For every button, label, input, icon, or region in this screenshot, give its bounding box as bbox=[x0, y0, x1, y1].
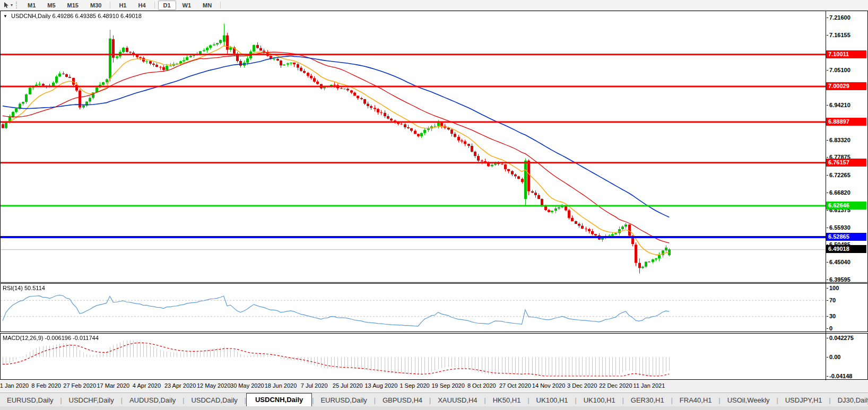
date-label: 1 Sep 2020 bbox=[400, 382, 429, 389]
timeframe-button-W1[interactable]: W1 bbox=[177, 1, 197, 10]
tab-HK50-H1[interactable]: HK50,H1 bbox=[486, 394, 528, 407]
tab-FRA40-H1[interactable]: FRA40,H1 bbox=[673, 394, 719, 407]
tab-list: EURUSD,Daily|USDCHF,Daily|AUDUSD,Daily|U… bbox=[0, 393, 868, 407]
level-price-tag: 7.10011 bbox=[826, 50, 866, 58]
date-label: 7 Jul 2020 bbox=[301, 382, 328, 389]
price-axis-line bbox=[826, 11, 826, 380]
date-label: 17 Mar 2020 bbox=[97, 382, 129, 389]
level-price-tag: 6.88897 bbox=[826, 118, 866, 126]
tab-EURUSD-Daily[interactable]: EURUSD,Daily bbox=[314, 394, 374, 407]
price-axis-tick: 7.05100 bbox=[827, 67, 868, 74]
timeframe-button-H1[interactable]: H1 bbox=[114, 1, 132, 10]
timeframe-button-M30[interactable]: M30 bbox=[85, 1, 107, 10]
tab-USDCNH-Daily[interactable]: USDCNH,Daily bbox=[246, 393, 312, 407]
level-price-tag: 6.76157 bbox=[826, 159, 866, 167]
date-label: 27 Feb 2020 bbox=[63, 382, 96, 389]
tab-USDJPY-H1[interactable]: USDJPY,H1 bbox=[778, 394, 829, 407]
toolbar-gripper[interactable] bbox=[16, 2, 19, 8]
candles-canvas[interactable] bbox=[1, 11, 826, 282]
date-label: 23 Apr 2020 bbox=[164, 382, 196, 389]
toolbar-separator bbox=[110, 2, 110, 8]
current-price-tag: 6.49018 bbox=[826, 245, 866, 253]
timeframe-button-H4[interactable]: H4 bbox=[133, 1, 151, 10]
macd-axis-tick: -0.04148 bbox=[827, 373, 868, 380]
timeframe-button-M1[interactable]: M1 bbox=[22, 1, 41, 10]
macd-indicator-label: MACD(12,26,9) -0.006196 -0.011744 bbox=[3, 335, 99, 341]
rsi-axis-tick: 30 bbox=[827, 313, 868, 320]
timeframe-button-M15[interactable]: M15 bbox=[62, 1, 84, 10]
date-label: 18 Jun 2020 bbox=[265, 382, 297, 389]
date-label: 8 Feb 2020 bbox=[31, 382, 61, 389]
rsi-canvas[interactable] bbox=[1, 284, 826, 332]
date-label: 30 May 2020 bbox=[230, 382, 264, 389]
macd-axis-tick: 0.00 bbox=[827, 354, 868, 361]
price-axis-tick: 6.45040 bbox=[827, 259, 868, 266]
date-label: 11 Jan 2021 bbox=[633, 382, 665, 389]
price-axis-tick: 6.39595 bbox=[827, 276, 868, 283]
rsi-axis-tick: 70 bbox=[827, 297, 868, 304]
level-price-tag: 6.52865 bbox=[826, 233, 866, 241]
toolbar-separator bbox=[154, 2, 155, 8]
level-price-tag: 7.00029 bbox=[826, 82, 866, 90]
date-label: 19 Sep 2020 bbox=[431, 382, 464, 389]
chart-tab-bar: EURUSD,Daily|USDCHF,Daily|AUDUSD,Daily|U… bbox=[0, 392, 868, 407]
timeframe-button-D1[interactable]: D1 bbox=[158, 1, 176, 10]
date-label: 4 Apr 2020 bbox=[133, 382, 161, 389]
date-label: 13 Aug 2020 bbox=[364, 382, 397, 389]
timeframe-group: M1M5M15M30H1H4D1W1MN bbox=[22, 1, 223, 10]
date-label: 14 Nov 2020 bbox=[532, 382, 565, 389]
tab-USDCAD-Daily[interactable]: USDCAD,Daily bbox=[184, 394, 244, 407]
price-axis-tick: 7.16155 bbox=[827, 32, 868, 39]
tab-AUDUSD-Daily[interactable]: AUDUSD,Daily bbox=[123, 394, 183, 407]
price-axis-tick: 6.72265 bbox=[827, 172, 868, 179]
tab-USDCHF-Daily[interactable]: USDCHF,Daily bbox=[62, 394, 121, 407]
date-label: 21 Jan 2020 bbox=[0, 382, 29, 389]
timeframe-button-MN[interactable]: MN bbox=[197, 1, 217, 10]
price-axis-tick: 6.94210 bbox=[827, 102, 868, 109]
rsi-axis-tick: 100 bbox=[827, 285, 868, 292]
tab-GER30-H1[interactable]: GER30,H1 bbox=[624, 394, 671, 407]
level-price-tag: 6.62646 bbox=[826, 202, 866, 210]
date-label: 3 Dec 2020 bbox=[567, 382, 597, 389]
cursor-arrow-icon bbox=[3, 2, 9, 8]
tab-XAUUSD-H4[interactable]: XAUUSD,H4 bbox=[431, 394, 484, 407]
tab-UK100-H1[interactable]: UK100,H1 bbox=[530, 394, 575, 407]
tab-USOil-Weekly[interactable]: USOil,Weekly bbox=[721, 394, 777, 407]
price-axis-tick: 6.66820 bbox=[827, 189, 868, 196]
toolbar-separator bbox=[220, 2, 221, 8]
tab-GBPUSD-H4[interactable]: GBPUSD,H4 bbox=[376, 394, 429, 407]
tab-DJ30-Daily[interactable]: DJ30,Daily bbox=[831, 394, 868, 407]
tab-UK100-H1[interactable]: UK100,H1 bbox=[577, 394, 622, 407]
toolbar: ▾ M1M5M15M30H1H4D1W1MN bbox=[0, 0, 868, 11]
rsi-indicator-label: RSI(14) 50.5114 bbox=[3, 285, 45, 291]
chart-header: ▼ USDCNH,Daily 6.49286 6.49385 6.48910 6… bbox=[3, 13, 142, 19]
date-label: 27 Oct 2020 bbox=[499, 382, 531, 389]
date-label: 22 Dec 2020 bbox=[599, 382, 632, 389]
macd-canvas[interactable] bbox=[1, 334, 826, 379]
bottom-strip bbox=[0, 406, 868, 410]
timeframe-button-M5[interactable]: M5 bbox=[42, 1, 60, 10]
date-label: 8 Oct 2020 bbox=[467, 382, 496, 389]
macd-axis-tick: 0.042275 bbox=[827, 335, 868, 342]
chart-symbol-label: USDCNH,Daily bbox=[11, 13, 51, 19]
date-label: 25 Jul 2020 bbox=[333, 382, 363, 389]
date-axis: 21 Jan 20208 Feb 202027 Feb 202017 Mar 2… bbox=[0, 380, 868, 392]
collapse-triangle-icon[interactable]: ▼ bbox=[3, 14, 7, 19]
chart-quotes-label: 6.49286 6.49385 6.48910 6.49018 bbox=[53, 13, 142, 19]
price-axis-tick: 7.21600 bbox=[827, 14, 868, 21]
caret-down-icon[interactable]: ▾ bbox=[11, 3, 13, 7]
cursor-tool-button[interactable] bbox=[1, 1, 11, 10]
tab-EURUSD-Daily[interactable]: EURUSD,Daily bbox=[0, 394, 60, 407]
price-axis-tick: 6.55930 bbox=[827, 224, 868, 231]
price-axis-tick: 6.83320 bbox=[827, 137, 868, 144]
date-label: 12 May 2020 bbox=[197, 382, 231, 389]
rsi-axis-tick: 0 bbox=[827, 325, 868, 332]
